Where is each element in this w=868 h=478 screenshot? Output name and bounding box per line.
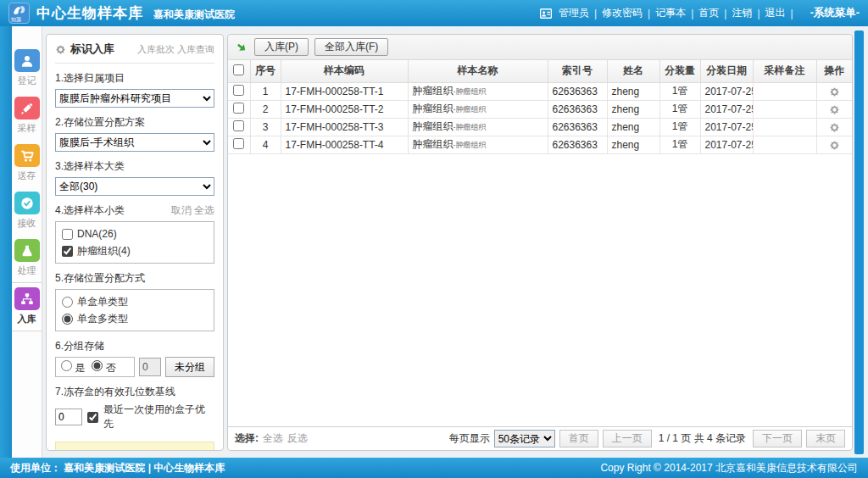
group-radio-no[interactable]: [92, 360, 103, 371]
cell-index: 62636363: [548, 136, 607, 153]
cell-sample-name: 肿瘤组织-肿瘤组织: [408, 136, 548, 153]
row-checkbox[interactable]: [233, 85, 244, 96]
project-select[interactable]: 腹膜后肿瘤外科研究项目: [55, 89, 214, 108]
sidebar-item-receive[interactable]: 接收: [12, 187, 42, 235]
recent-box-checkbox[interactable]: [87, 412, 98, 423]
cell-name: zheng: [607, 118, 659, 136]
allocation-radio-single[interactable]: [62, 297, 73, 308]
row-checkbox[interactable]: [233, 120, 244, 131]
category-label: 3.选择样本大类: [55, 159, 214, 174]
group-count-input[interactable]: [139, 358, 161, 376]
gear-icon: [55, 44, 66, 55]
store-button[interactable]: 入库(P): [254, 38, 309, 56]
subcategory-selectall-link[interactable]: 全选: [194, 204, 214, 216]
hospital-name: 嘉和美康测试医院: [153, 8, 235, 22]
cell-sample-name: 肿瘤组织-肿瘤组织: [408, 100, 548, 118]
sidebar-item-process[interactable]: 处理: [12, 235, 42, 282]
nav-home[interactable]: 首页: [698, 6, 719, 20]
nav-notepad[interactable]: 记事本: [655, 6, 686, 20]
subcategory-cancel-link[interactable]: 取消: [171, 204, 192, 216]
page-info: 1 / 1 页 共 4 条记录: [656, 431, 748, 446]
link-storage-batch[interactable]: 入库批次: [137, 44, 175, 54]
cell-date: 2017-07-25: [700, 100, 753, 118]
cell-qty: 1管: [659, 136, 700, 153]
prev-page-button[interactable]: 上一页: [603, 430, 652, 447]
last-page-button[interactable]: 末页: [806, 430, 845, 447]
baseline-input[interactable]: [55, 409, 82, 425]
category-select[interactable]: 全部(30): [55, 177, 214, 196]
storage-form-panel: 标识入库 入库批次 入库查询 1.选择归属项目 腹膜后肿瘤外科研究项目 2.存储…: [46, 34, 224, 451]
vertical-scrollbar[interactable]: [854, 31, 864, 454]
nav-admin[interactable]: 管理员: [559, 6, 589, 20]
subcategory-checkbox-tumor[interactable]: [62, 246, 73, 257]
next-page-button[interactable]: 下一页: [753, 430, 802, 447]
cell-index: 62636363: [548, 118, 607, 136]
table-header-row: 序号 样本编码 样本名称 索引号 姓名 分装量 分装日期 采样备注 操作: [228, 60, 852, 82]
group-choice-box: 是 否: [55, 357, 135, 377]
link-storage-query[interactable]: 入库查询: [177, 44, 214, 54]
row-action-gear-icon[interactable]: [829, 122, 840, 133]
select-all-checkbox[interactable]: [233, 64, 244, 75]
left-accent-strip: [0, 26, 12, 458]
select-all-link[interactable]: 全选: [263, 431, 283, 446]
ungrouped-button[interactable]: 未分组: [165, 357, 214, 377]
check-circle-icon: [19, 196, 35, 211]
cell-note: [753, 118, 816, 136]
select-invert-link[interactable]: 反选: [287, 431, 308, 446]
app-logo: 知源: [8, 3, 30, 24]
baseline-label: 7.冻存盒的有效孔位数基线: [55, 385, 214, 399]
pagination: 每页显示 50条记录 首页 上一页 1 / 1 页 共 4 条记录 下一页 末页: [449, 430, 845, 447]
toolbar: 入库(P) 全部入库(F): [228, 35, 852, 60]
sidebar-item-sampling[interactable]: 采样: [12, 92, 42, 140]
cell-note: [753, 136, 816, 153]
cell-sample-code: 17-FMH-000258-TT-1: [281, 82, 408, 100]
table-footer-bar: 选择: 全选 反选 每页显示 50条记录 首页 上一页 1 / 1 页 共 4 …: [228, 426, 852, 450]
import-arrow-icon: [235, 41, 248, 54]
admin-card-icon: [540, 8, 552, 19]
cell-note: [753, 82, 816, 100]
group-radio-yes[interactable]: [61, 360, 72, 371]
nav-signout[interactable]: 注销: [732, 6, 752, 20]
store-all-button[interactable]: 全部入库(F): [314, 38, 388, 56]
allocation-box: 单盒单类型 单盒多类型: [55, 289, 214, 331]
cell-name: zheng: [607, 82, 659, 100]
tips-title: 小贴士：: [63, 448, 207, 451]
table-row: 1 17-FMH-000258-TT-1 肿瘤组织-肿瘤组织 62636363 …: [228, 82, 852, 100]
sample-list-panel: 入库(P) 全部入库(F) 序号 样本编码 样本名称 索引号 姓名 分装量 分装…: [227, 34, 853, 451]
module-sidebar: 登记 采样 送存 接收 处理: [12, 26, 42, 458]
row-checkbox[interactable]: [233, 103, 244, 114]
sidebar-item-deposit[interactable]: 送存: [12, 140, 42, 187]
per-page-select[interactable]: 50条记录: [494, 430, 555, 447]
cell-seq: 1: [250, 82, 281, 100]
cell-date: 2017-07-25: [700, 118, 753, 136]
plan-select[interactable]: 腹膜后-手术组织: [55, 133, 214, 152]
cell-date: 2017-07-25: [700, 82, 753, 100]
row-checkbox[interactable]: [233, 138, 244, 149]
sidebar-item-storage[interactable]: 入库: [12, 282, 42, 331]
sidebar-item-register[interactable]: 登记: [12, 45, 42, 92]
sitemap-icon: [19, 292, 35, 307]
first-page-button[interactable]: 首页: [559, 430, 598, 447]
row-action-gear-icon[interactable]: [829, 86, 840, 97]
top-nav: 管理员| 修改密码| 记事本| 首页| 注销| 退出| -系统菜单-: [540, 6, 860, 20]
cell-name: zheng: [607, 136, 659, 153]
nav-exit[interactable]: 退出: [765, 6, 786, 20]
system-menu[interactable]: -系统菜单-: [810, 6, 860, 20]
allocation-radio-multi[interactable]: [62, 314, 73, 325]
syringe-icon: [19, 101, 35, 116]
cell-index: 62636363: [548, 100, 607, 118]
cell-sample-name: 肿瘤组织-肿瘤组织: [408, 118, 548, 136]
subcategory-checkbox-dna[interactable]: [62, 229, 73, 240]
tips-box: 小贴士： 样本入库操作过程，需要注意注意存储位置分配方案；: [55, 442, 214, 451]
row-action-gear-icon[interactable]: [829, 140, 840, 151]
table-row: 2 17-FMH-000258-TT-2 肿瘤组织-肿瘤组织 62636363 …: [228, 100, 852, 118]
footer-org: 使用单位： 嘉和美康测试医院 | 中心生物样本库: [10, 461, 225, 475]
page-footer: 使用单位： 嘉和美康测试医院 | 中心生物样本库 Copy Right © 20…: [0, 458, 868, 478]
footer-copyright: Copy Right © 2014-2017 北京嘉和美康信息技术有限公司: [600, 461, 858, 475]
nav-change-password[interactable]: 修改密码: [602, 6, 643, 20]
flask-icon: [19, 243, 35, 258]
logo-text: 知源: [9, 17, 21, 23]
person-icon: [19, 53, 35, 69]
cell-sample-code: 17-FMH-000258-TT-2: [281, 100, 408, 118]
row-action-gear-icon[interactable]: [829, 104, 840, 115]
